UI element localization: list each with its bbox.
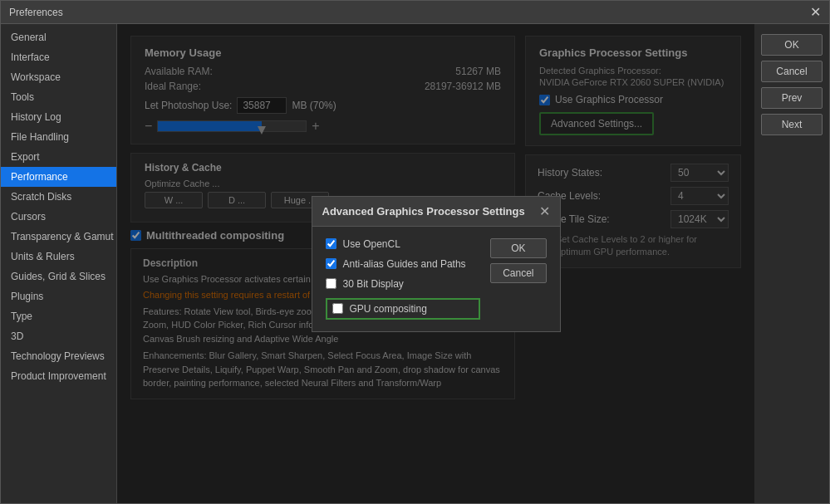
sidebar-item-workspace[interactable]: Workspace (1, 67, 116, 87)
modal-content-row: Use OpenCL Anti-alias Guides and Paths 3… (326, 238, 547, 320)
gpu-compositing-label: GPU compositing (350, 303, 427, 315)
sidebar-item-type[interactable]: Type (1, 306, 116, 326)
modal-ok-button[interactable]: OK (490, 238, 546, 258)
main-content: General Interface Workspace Tools Histor… (1, 24, 829, 503)
ok-button[interactable]: OK (761, 34, 823, 56)
sidebar-item-tools[interactable]: Tools (1, 87, 116, 107)
sidebar-item-product-improvement[interactable]: Product Improvement (1, 366, 116, 386)
sidebar-item-units-rulers[interactable]: Units & Rulers (1, 247, 116, 267)
sidebar-item-file-handling[interactable]: File Handling (1, 127, 116, 147)
use-opencl-label: Use OpenCL (343, 238, 400, 250)
cancel-button[interactable]: Cancel (761, 61, 823, 82)
advanced-gpu-modal: Advanced Graphics Processor Settings ✕ U… (312, 196, 561, 332)
next-button[interactable]: Next (761, 114, 823, 135)
modal-buttons: OK Cancel (490, 238, 546, 320)
sidebar-item-history-log[interactable]: History Log (1, 107, 116, 127)
use-opencl-checkbox[interactable] (326, 238, 336, 249)
title-bar: Preferences ✕ (1, 1, 829, 24)
sidebar-item-performance[interactable]: Performance (1, 167, 116, 187)
content-area: Memory Usage Available RAM: 51267 MB Ide… (117, 24, 754, 503)
prev-button[interactable]: Prev (761, 87, 823, 109)
anti-alias-label: Anti-alias Guides and Paths (343, 258, 466, 270)
modal-close-button[interactable]: ✕ (539, 203, 550, 219)
sidebar-item-3d[interactable]: 3D (1, 326, 116, 346)
sidebar-item-transparency-gamut[interactable]: Transparency & Gamut (1, 227, 116, 247)
modal-checkboxes: Use OpenCL Anti-alias Guides and Paths 3… (326, 238, 481, 320)
sidebar-item-cursors[interactable]: Cursors (1, 207, 116, 227)
modal-body: Use OpenCL Anti-alias Guides and Paths 3… (312, 227, 560, 331)
window-close-button[interactable]: ✕ (810, 6, 821, 19)
sidebar-item-general[interactable]: General (1, 27, 116, 47)
bit30-row: 30 Bit Display (326, 278, 481, 290)
sidebar-item-scratch-disks[interactable]: Scratch Disks (1, 187, 116, 207)
bit30-checkbox[interactable] (326, 278, 336, 289)
gpu-compositing-checkbox[interactable] (332, 303, 343, 314)
sidebar-item-guides-grid[interactable]: Guides, Grid & Slices (1, 267, 116, 286)
gpu-compositing-row: GPU compositing (326, 298, 481, 320)
bit30-label: 30 Bit Display (343, 278, 404, 290)
modal-title-bar: Advanced Graphics Processor Settings ✕ (312, 197, 560, 227)
modal-title: Advanced Graphics Processor Settings (322, 205, 525, 218)
window-title: Preferences (9, 7, 63, 18)
sidebar: General Interface Workspace Tools Histor… (1, 24, 117, 503)
anti-alias-row: Anti-alias Guides and Paths (326, 258, 481, 270)
anti-alias-checkbox[interactable] (326, 258, 336, 269)
sidebar-item-export[interactable]: Export (1, 147, 116, 167)
right-buttons-panel: OK Cancel Prev Next (754, 24, 829, 503)
sidebar-item-plugins[interactable]: Plugins (1, 286, 116, 306)
sidebar-item-interface[interactable]: Interface (1, 47, 116, 67)
use-opencl-row: Use OpenCL (326, 238, 481, 250)
sidebar-item-tech-previews[interactable]: Technology Previews (1, 346, 116, 366)
preferences-window: Preferences ✕ General Interface Workspac… (0, 0, 830, 504)
modal-cancel-button[interactable]: Cancel (490, 263, 546, 283)
modal-overlay: Advanced Graphics Processor Settings ✕ U… (117, 24, 754, 503)
